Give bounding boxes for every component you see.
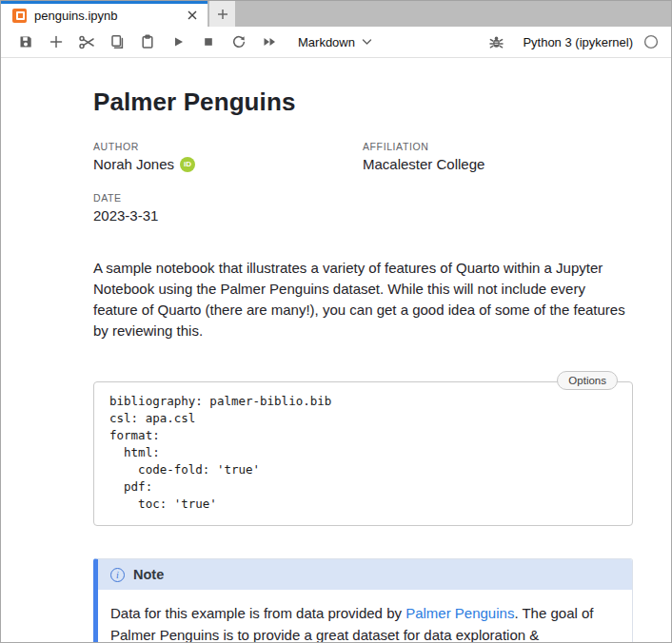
yaml-code: bibliography: palmer-biblio.bib csl: apa…: [109, 393, 617, 513]
restart-icon: [231, 34, 247, 49]
restart-kernel-button[interactable]: [226, 29, 252, 54]
palmer-penguins-link[interactable]: Palmer Penguins: [405, 605, 514, 621]
affiliation-label: AFFILIATION: [363, 141, 633, 152]
yaml-options-cell: Options bibliography: palmer-biblio.bib …: [93, 381, 633, 526]
intro-paragraph: A sample notebook that illustrates a var…: [93, 258, 633, 341]
author-name: Norah Jones: [93, 156, 174, 172]
run-icon: [171, 35, 185, 49]
note-text-before: Data for this example is from data provi…: [110, 605, 405, 621]
author-block: AUTHOR Norah Jones iD: [93, 141, 363, 172]
kernel-idle-icon: [643, 34, 659, 49]
note-callout-title: Note: [133, 567, 164, 582]
info-icon: i: [110, 568, 125, 582]
notebook-toolbar: Markdown Python 3 (ipykernel): [1, 27, 671, 58]
bug-icon: [489, 35, 504, 49]
save-button[interactable]: [12, 29, 39, 54]
affiliation-block: AFFILIATION Macalester College: [363, 141, 633, 172]
tab-title: penguins.ipynb: [34, 9, 185, 23]
debugger-button[interactable]: [483, 29, 509, 54]
paste-icon: [140, 34, 155, 49]
interrupt-kernel-button[interactable]: [195, 29, 222, 54]
jupyterlab-window: penguins.ipynb: [0, 0, 672, 643]
cut-cells-button[interactable]: [73, 29, 100, 54]
options-button[interactable]: Options: [557, 371, 618, 390]
yaml-code-block[interactable]: bibliography: palmer-biblio.bib csl: apa…: [93, 381, 633, 526]
cut-icon: [79, 35, 95, 49]
cell-type-dropdown[interactable]: Markdown: [298, 35, 372, 49]
copy-cells-button[interactable]: [104, 29, 130, 54]
new-tab-button[interactable]: [209, 1, 235, 27]
save-icon: [18, 34, 33, 49]
date-block: DATE 2023-3-31: [93, 192, 363, 224]
kernel-name[interactable]: Python 3 (ipykernel): [523, 35, 633, 49]
kernel-status-indicator[interactable]: [642, 33, 660, 50]
paste-cells-button[interactable]: [134, 29, 161, 54]
note-callout: i Note Data for this example is from dat…: [93, 558, 633, 642]
orcid-icon[interactable]: iD: [180, 157, 195, 172]
stop-icon: [202, 35, 215, 49]
note-callout-header: i Note: [98, 559, 632, 590]
copy-icon: [109, 34, 125, 49]
notebook-content: Palmer Penguins AUTHOR Norah Jones iD AF…: [1, 58, 671, 642]
affiliation-name: Macalester College: [363, 156, 633, 172]
page-title: Palmer Penguins: [93, 88, 633, 117]
date-value: 2023-3-31: [93, 207, 363, 224]
kernel-area: Python 3 (ipykernel): [483, 29, 660, 54]
add-cell-button[interactable]: [43, 29, 69, 54]
jupyter-notebook-icon: [12, 9, 27, 23]
run-cell-button[interactable]: [165, 29, 191, 54]
author-label: AUTHOR: [93, 141, 363, 152]
add-cell-icon: [49, 35, 63, 49]
chevron-down-icon: [362, 38, 372, 46]
tab-penguins-ipynb[interactable]: penguins.ipynb: [1, 1, 208, 27]
tab-bar: penguins.ipynb: [1, 0, 671, 27]
restart-run-all-button[interactable]: [256, 29, 283, 54]
cell-type-value: Markdown: [298, 35, 355, 49]
front-matter: AUTHOR Norah Jones iD AFFILIATION Macale…: [93, 141, 633, 224]
note-callout-body: Data for this example is from data provi…: [98, 590, 632, 642]
run-all-icon: [262, 35, 277, 49]
new-tab-icon: [217, 9, 228, 20]
close-icon[interactable]: [185, 8, 200, 23]
date-label: DATE: [93, 192, 363, 204]
